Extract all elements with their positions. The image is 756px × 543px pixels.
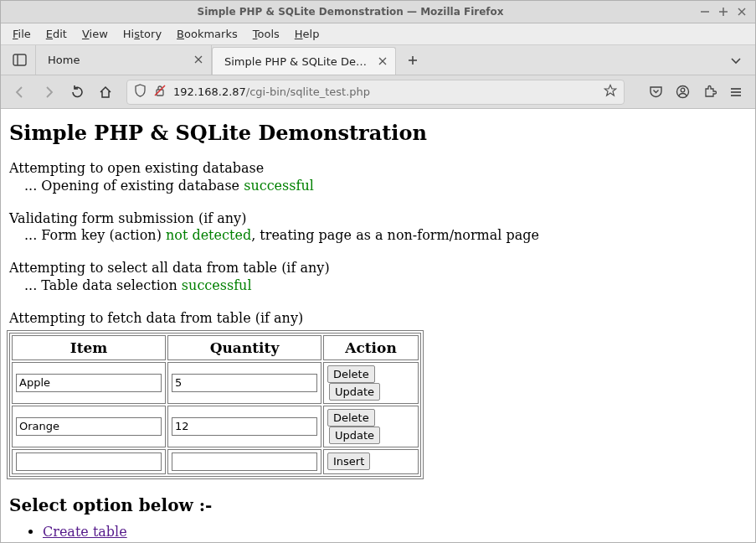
status-successful: successful: [244, 178, 314, 194]
menu-help[interactable]: Help: [288, 25, 327, 43]
table-row-new: Insert: [12, 449, 419, 474]
window-title: Simple PHP & SQLite Demonstration — Mozi…: [1, 6, 700, 18]
close-tab-icon[interactable]: [378, 55, 387, 68]
close-tab-icon[interactable]: [194, 54, 203, 66]
drop-table-link[interactable]: Drop table: [43, 541, 115, 542]
page-content: Simple PHP & SQLite Demonstration Attemp…: [1, 109, 755, 542]
delete-button[interactable]: Delete: [327, 365, 375, 383]
window-titlebar: Simple PHP & SQLite Demonstration — Mozi…: [1, 1, 755, 23]
col-header-quantity: Quantity: [167, 335, 321, 360]
log-line: Attempting to open existing database: [9, 160, 747, 178]
menu-view[interactable]: View: [75, 25, 115, 43]
update-button[interactable]: Update: [329, 427, 380, 444]
log-line: Attempting to fetch data from table (if …: [9, 310, 747, 328]
col-header-item: Item: [12, 335, 166, 360]
sidebar-toggle-button[interactable]: [4, 45, 36, 75]
quantity-input[interactable]: [172, 374, 317, 392]
menu-tools[interactable]: Tools: [246, 25, 286, 43]
navigation-toolbar: 192.168.2.87/cgi-bin/sqlite_test.php: [1, 75, 755, 109]
list-item: Create table: [43, 524, 747, 540]
status-not-detected: not detected: [166, 227, 251, 243]
list-item: Drop table: [43, 541, 747, 542]
new-tab-button[interactable]: [396, 45, 429, 75]
status-successful: successful: [182, 277, 252, 293]
options-list: Create table Drop table: [9, 524, 747, 542]
tab-label: Home: [48, 54, 188, 66]
table-header-row: Item Quantity Action: [12, 335, 419, 360]
account-icon[interactable]: [670, 80, 695, 105]
create-table-link[interactable]: Create table: [43, 524, 127, 540]
col-header-action: Action: [323, 335, 419, 360]
page-title: Simple PHP & SQLite Demonstration: [9, 121, 747, 145]
tab-home[interactable]: Home: [36, 45, 212, 75]
data-table: Item Quantity Action Delete Update Delet…: [9, 333, 421, 477]
log-block-fetch: Attempting to fetch data from table (if …: [9, 310, 747, 328]
menu-edit[interactable]: Edit: [39, 25, 74, 43]
bookmark-star-icon[interactable]: [604, 84, 617, 100]
update-button[interactable]: Update: [329, 383, 380, 401]
table-row: Delete Update: [12, 406, 419, 447]
svg-marker-15: [604, 85, 616, 96]
svg-point-17: [681, 88, 685, 92]
back-button[interactable]: [8, 80, 33, 105]
extensions-icon[interactable]: [697, 80, 722, 105]
reload-button[interactable]: [64, 80, 90, 105]
insert-button[interactable]: Insert: [327, 452, 370, 470]
item-input[interactable]: [16, 417, 162, 436]
menubar: File Edit View History Bookmarks Tools H…: [1, 23, 755, 45]
log-line: Validating form submission (if any): [9, 210, 747, 228]
maximize-icon[interactable]: [718, 7, 728, 17]
tab-sqlite-demo[interactable]: Simple PHP & SQLite Demonstrat: [212, 47, 396, 75]
log-line: ... Opening of existing database success…: [9, 178, 747, 195]
minimize-icon[interactable]: [700, 7, 710, 17]
item-input[interactable]: [16, 374, 162, 392]
quantity-input[interactable]: [172, 417, 317, 436]
delete-button[interactable]: Delete: [327, 409, 375, 427]
log-block-validate: Validating form submission (if any) ... …: [9, 210, 747, 246]
menu-history[interactable]: History: [116, 25, 168, 43]
tab-strip: Home Simple PHP & SQLite Demonstrat: [1, 45, 755, 75]
app-menu-icon[interactable]: [723, 80, 748, 105]
close-icon[interactable]: [737, 7, 747, 17]
log-line: ... Form key (action) not detected, trea…: [9, 227, 747, 245]
log-block-open-db: Attempting to open existing database ...…: [9, 160, 747, 195]
options-heading: Select option below :-: [9, 495, 747, 515]
quantity-input[interactable]: [172, 452, 317, 471]
pocket-icon[interactable]: [643, 80, 668, 105]
log-line: Attempting to select all data from table…: [9, 260, 747, 277]
tab-label: Simple PHP & SQLite Demonstrat: [224, 55, 372, 68]
log-line: ... Table data selection successful: [9, 277, 747, 295]
url-text[interactable]: 192.168.2.87/cgi-bin/sqlite_test.php: [173, 85, 597, 98]
item-input[interactable]: [16, 452, 162, 471]
forward-button[interactable]: [36, 80, 61, 105]
table-row: Delete Update: [12, 362, 419, 404]
shield-icon[interactable]: [134, 84, 147, 100]
home-button[interactable]: [93, 80, 118, 105]
menu-file[interactable]: File: [6, 25, 38, 43]
menu-bookmarks[interactable]: Bookmarks: [170, 25, 244, 43]
url-bar[interactable]: 192.168.2.87/cgi-bin/sqlite_test.php: [126, 80, 625, 105]
list-all-tabs-button[interactable]: [722, 45, 750, 75]
svg-rect-5: [13, 54, 26, 65]
insecure-lock-icon[interactable]: [153, 84, 167, 100]
log-block-select: Attempting to select all data from table…: [9, 260, 747, 295]
